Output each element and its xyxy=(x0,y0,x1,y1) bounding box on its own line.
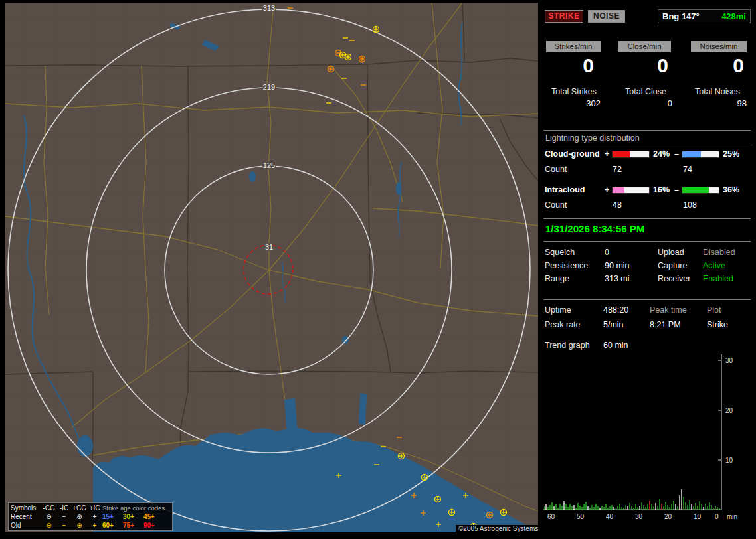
uptime-label: Uptime xyxy=(545,305,571,315)
distribution-title: Lightning type distribution xyxy=(545,133,640,143)
trend-graph-window: 60 min xyxy=(603,341,628,350)
total-strikes-value: 302 xyxy=(545,98,601,108)
noises-per-min-header: Noises/min xyxy=(691,41,747,52)
total-close-value: 0 xyxy=(616,98,672,108)
ic-neg-count: 108 xyxy=(683,200,697,210)
total-strikes-label: Total Strikes xyxy=(545,87,603,96)
range-ring-label: 313 xyxy=(263,4,275,12)
peak-rate-label: Peak rate xyxy=(545,320,581,329)
legend-recent-label: Recent xyxy=(11,513,41,520)
ic-neg-icon: − xyxy=(56,522,72,529)
legend-header-row: Symbols -CG -IC +CG +IC Strike age color… xyxy=(11,504,170,512)
legend-col-ic-pos: +IC xyxy=(87,504,102,512)
upload-label: Upload xyxy=(658,248,684,257)
legend-col-cg-pos: +CG xyxy=(72,504,87,512)
count-label: Count xyxy=(545,200,567,210)
range-ring-label: 31 xyxy=(265,243,273,251)
divider xyxy=(543,299,751,300)
peak-time-value: 8:21 PM xyxy=(650,320,681,329)
ic-pos-percent: 16% xyxy=(653,185,670,194)
bearing-label: Bng 147° xyxy=(662,11,700,21)
legend-symbols-header: Symbols xyxy=(11,504,41,512)
capture-status: Active xyxy=(703,261,725,270)
cg-neg-percent: 25% xyxy=(723,149,739,159)
cg-pos-percent: 24% xyxy=(653,149,670,159)
age-75: 75+ xyxy=(123,522,143,529)
svg-text:60: 60 xyxy=(547,513,555,520)
plus-sign: + xyxy=(605,149,609,159)
svg-text:min: min xyxy=(727,513,737,520)
svg-text:0: 0 xyxy=(715,513,719,520)
persistence-label: Persistence xyxy=(545,261,588,270)
divider xyxy=(543,147,751,147)
age-45: 45+ xyxy=(143,513,164,520)
peak-time-header: Peak time xyxy=(650,305,687,315)
strikes-per-min-header: Strikes/min xyxy=(546,41,601,52)
ic-pos-icon: + xyxy=(87,513,102,520)
datetime-display: 1/31/2026 8:34:56 PM xyxy=(545,223,644,234)
svg-text:40: 40 xyxy=(606,513,614,520)
cg-pos-count: 72 xyxy=(613,165,622,174)
range-ring-label: 125 xyxy=(263,161,275,169)
range-value: 313 mi xyxy=(605,274,630,283)
noise-button[interactable]: NOISE xyxy=(588,10,625,23)
svg-text:20: 20 xyxy=(725,407,733,414)
ic-neg-icon: − xyxy=(56,513,72,520)
range-label: Range xyxy=(545,274,569,283)
total-noises-label: Total Noises xyxy=(687,87,748,96)
age-30: 30+ xyxy=(123,513,143,520)
svg-text:30: 30 xyxy=(635,513,643,520)
cloud-ground-label: Cloud-ground xyxy=(545,149,600,159)
map-legend: Symbols -CG -IC +CG +IC Strike age color… xyxy=(8,502,173,531)
persistence-value: 90 min xyxy=(605,261,630,270)
peak-rate-value: 5/min xyxy=(603,320,624,329)
plus-sign: + xyxy=(605,185,609,194)
lightning-map[interactable]: 31321912531 Symbols -CG -IC +CG +IC Stri… xyxy=(5,3,538,532)
cg-neg-bar xyxy=(682,151,719,158)
legend-age-title: Strike age color codes xyxy=(102,504,170,512)
age-60: 60+ xyxy=(102,522,123,529)
ic-pos-icon: + xyxy=(87,522,102,529)
ic-neg-percent: 36% xyxy=(723,185,739,194)
minus-sign: – xyxy=(674,149,679,159)
svg-text:50: 50 xyxy=(577,513,585,520)
bay-east xyxy=(359,393,367,425)
plot-value: Strike xyxy=(707,320,728,329)
legend-old-row: Old ⊖ − ⊕ + 60+ 75+ 90+ xyxy=(11,521,170,530)
trend-bars xyxy=(545,489,719,510)
cg-neg-count: 74 xyxy=(683,165,692,174)
upload-status: Disabled xyxy=(703,248,735,257)
strikes-per-min-value: 0 xyxy=(546,54,594,77)
divider xyxy=(543,218,751,219)
plot-header: Plot xyxy=(707,305,721,315)
legend-recent-row: Recent ⊖ − ⊕ + 15+ 30+ 45+ xyxy=(11,512,170,521)
capture-label: Capture xyxy=(658,261,687,270)
divider xyxy=(543,130,751,131)
squelch-label: Squelch xyxy=(545,248,575,257)
total-close-label: Total Close xyxy=(616,87,675,96)
svg-text:30: 30 xyxy=(725,357,733,364)
strike-button[interactable]: STRIKE xyxy=(545,10,583,23)
squelch-value: 0 xyxy=(605,248,609,257)
ic-pos-count: 48 xyxy=(613,200,622,210)
receiver-status: Enabled xyxy=(703,274,733,283)
ic-pos-bar xyxy=(612,187,650,194)
cg-neg-icon: ⊖ xyxy=(41,513,56,520)
bearing-distance: 428mi xyxy=(721,11,746,21)
copyright-text: ©2005 Astrogenic Systems xyxy=(456,525,541,532)
trend-graph-label: Trend graph xyxy=(545,341,590,350)
noises-per-min-value: 0 xyxy=(691,54,744,77)
trend-graph: 3020106050403020100min xyxy=(543,350,753,524)
svg-text:20: 20 xyxy=(664,513,672,520)
age-15: 15+ xyxy=(102,513,123,520)
status-panel: STRIKE NOISE Bng 147° 428mi Strikes/min … xyxy=(543,0,753,539)
legend-col-cg-neg: -CG xyxy=(41,504,56,512)
range-ring-label: 219 xyxy=(263,83,275,91)
count-label: Count xyxy=(545,165,567,174)
cg-neg-icon: ⊖ xyxy=(41,522,56,529)
svg-text:10: 10 xyxy=(694,513,702,520)
minus-sign: – xyxy=(674,185,679,194)
trend-axes: 3020106050403020100min xyxy=(543,354,737,520)
bearing-display: Bng 147° 428mi xyxy=(658,9,751,23)
age-90: 90+ xyxy=(143,522,164,529)
